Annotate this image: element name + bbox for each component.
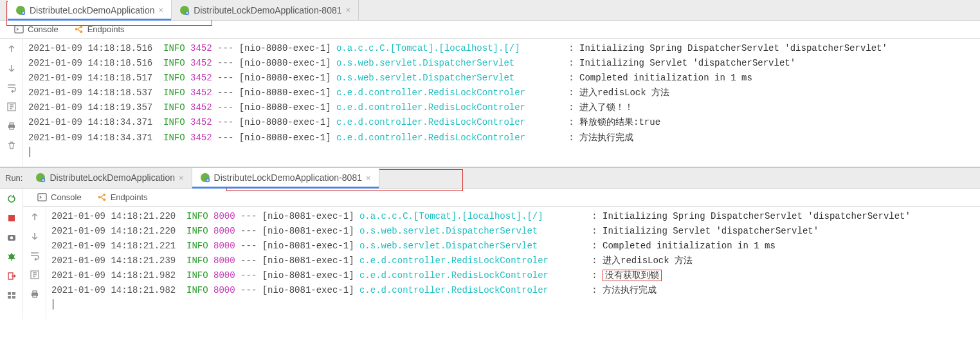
spring-boot-icon bbox=[200, 172, 210, 183]
scroll-down-button[interactable] bbox=[28, 230, 41, 243]
clear-button[interactable] bbox=[5, 139, 18, 152]
console-gutter-2 bbox=[23, 207, 46, 320]
scroll-up-button[interactable] bbox=[5, 42, 18, 55]
console-log-2[interactable]: 2021-01-09 14:18:21.220 INFO 8000 --- [n… bbox=[46, 207, 916, 320]
run-tab-label: DistributeLockDemoApplication bbox=[50, 172, 175, 183]
console-icon bbox=[37, 192, 47, 202]
tab-label: Endpoints bbox=[111, 192, 148, 202]
console-body-1: 2021-01-09 14:18:18.516 INFO 3452 --- [n… bbox=[0, 39, 980, 167]
scroll-to-end-button[interactable] bbox=[28, 268, 41, 281]
svg-point-5 bbox=[75, 28, 77, 30]
layout-button[interactable] bbox=[5, 289, 18, 302]
svg-rect-22 bbox=[12, 292, 15, 295]
console-gutter-1 bbox=[0, 39, 23, 167]
log-line: 2021-01-09 14:18:21.239 INFO 8000 --- [n… bbox=[51, 254, 911, 268]
close-icon[interactable]: × bbox=[345, 6, 350, 14]
run-label: Run: bbox=[3, 168, 28, 188]
log-line: 2021-01-09 14:18:18.516 INFO 3452 --- [n… bbox=[28, 41, 887, 56]
scroll-down-button[interactable] bbox=[5, 62, 18, 75]
run-tab-label: DistributeLockDemoApplication bbox=[30, 5, 155, 15]
soft-wrap-button[interactable] bbox=[5, 81, 18, 94]
debug-button[interactable] bbox=[5, 250, 18, 263]
run-pane-2: Run: DistributeLockDemoApplication × Dis… bbox=[0, 167, 980, 320]
run-left-rail bbox=[0, 189, 23, 320]
svg-rect-16 bbox=[8, 215, 15, 221]
svg-point-6 bbox=[80, 26, 82, 28]
log-line: 2021-01-09 14:18:21.221 INFO 8000 --- [n… bbox=[51, 239, 911, 254]
tab-label: Console bbox=[28, 24, 59, 34]
run-tab-app-8080[interactable]: DistributeLockDemoApplication × bbox=[28, 168, 192, 188]
rerun-button[interactable] bbox=[5, 192, 18, 205]
svg-point-19 bbox=[9, 254, 14, 259]
soft-wrap-button[interactable] bbox=[28, 249, 41, 262]
run-tab-label: DistributeLockDemoApplication-8081 bbox=[194, 5, 341, 15]
svg-rect-10 bbox=[10, 123, 14, 125]
svg-rect-21 bbox=[8, 292, 11, 295]
tool-tabstrip-2: Console Endpoints bbox=[23, 189, 980, 207]
close-icon[interactable]: × bbox=[179, 174, 184, 182]
log-line: 2021-01-09 14:18:21.982 INFO 8000 --- [n… bbox=[51, 268, 911, 283]
close-icon[interactable]: × bbox=[366, 174, 371, 182]
run-tab-app-8080[interactable]: DistributeLockDemoApplication × bbox=[8, 0, 172, 20]
svg-point-18 bbox=[10, 236, 13, 239]
log-line: 2021-01-09 14:18:19.357 INFO 3452 --- [n… bbox=[28, 100, 887, 115]
log-line: 2021-01-09 14:18:18.516 INFO 3452 --- [n… bbox=[28, 56, 887, 71]
svg-rect-24 bbox=[12, 296, 15, 299]
spring-boot-icon bbox=[35, 172, 46, 183]
run-tab-app-8081[interactable]: DistributeLockDemoApplication-8081 × bbox=[172, 0, 359, 20]
svg-point-28 bbox=[103, 198, 105, 201]
console-log-1[interactable]: 2021-01-09 14:18:18.516 INFO 3452 --- [n… bbox=[23, 39, 893, 167]
svg-rect-32 bbox=[33, 295, 37, 297]
stop-button[interactable] bbox=[5, 212, 18, 225]
log-line: 2021-01-09 14:18:21.220 INFO 8000 --- [n… bbox=[51, 209, 911, 224]
svg-point-26 bbox=[98, 196, 100, 198]
log-line: 2021-01-09 14:18:34.371 INFO 3452 --- [n… bbox=[28, 131, 887, 145]
tab-console[interactable]: Console bbox=[6, 21, 66, 38]
log-line: 2021-01-09 14:18:21.220 INFO 8000 --- [n… bbox=[51, 224, 911, 239]
tab-endpoints[interactable]: Endpoints bbox=[89, 189, 156, 206]
spring-boot-icon bbox=[15, 5, 26, 15]
tab-label: Console bbox=[51, 192, 82, 202]
svg-point-27 bbox=[103, 193, 105, 196]
svg-rect-4 bbox=[15, 26, 23, 33]
scroll-to-end-button[interactable] bbox=[5, 100, 18, 113]
tab-console[interactable]: Console bbox=[30, 189, 89, 206]
tab-label: Endpoints bbox=[87, 24, 125, 34]
spring-boot-icon bbox=[179, 5, 190, 15]
tab-endpoints[interactable]: Endpoints bbox=[66, 21, 132, 38]
dump-threads-button[interactable] bbox=[5, 231, 18, 244]
print-button[interactable] bbox=[28, 288, 41, 301]
log-line: 2021-01-09 14:18:21.982 INFO 8000 --- [n… bbox=[51, 283, 911, 298]
run-pane-1: DistributeLockDemoApplication × Distribu… bbox=[0, 0, 980, 167]
close-icon[interactable]: × bbox=[159, 6, 164, 14]
endpoints-icon bbox=[74, 24, 84, 34]
console-icon bbox=[14, 24, 24, 34]
console-body-2: 2021-01-09 14:18:21.220 INFO 8000 --- [n… bbox=[23, 207, 980, 320]
run-tab-app-8081[interactable]: DistributeLockDemoApplication-8081 × bbox=[192, 168, 379, 188]
log-line: 2021-01-09 14:18:34.371 INFO 3452 --- [n… bbox=[28, 115, 887, 130]
endpoints-icon bbox=[97, 192, 107, 202]
svg-rect-25 bbox=[38, 194, 46, 201]
svg-rect-11 bbox=[10, 127, 14, 129]
run-tab-label: DistributeLockDemoApplication-8081 bbox=[214, 172, 362, 183]
log-line: 2021-01-09 14:18:18.517 INFO 3452 --- [n… bbox=[28, 71, 887, 86]
scroll-up-button[interactable] bbox=[28, 210, 41, 223]
svg-rect-23 bbox=[8, 296, 11, 299]
run-tabstrip-2: Run: DistributeLockDemoApplication × Dis… bbox=[0, 168, 980, 189]
run-tabstrip-1: DistributeLockDemoApplication × Distribu… bbox=[0, 0, 980, 21]
svg-rect-31 bbox=[33, 291, 37, 293]
print-button[interactable] bbox=[5, 120, 18, 133]
tool-tabstrip-1: Console Endpoints bbox=[0, 21, 980, 39]
exit-button[interactable] bbox=[5, 270, 18, 282]
svg-point-7 bbox=[80, 30, 82, 33]
log-line: 2021-01-09 14:18:18.537 INFO 3452 --- [n… bbox=[28, 86, 887, 100]
